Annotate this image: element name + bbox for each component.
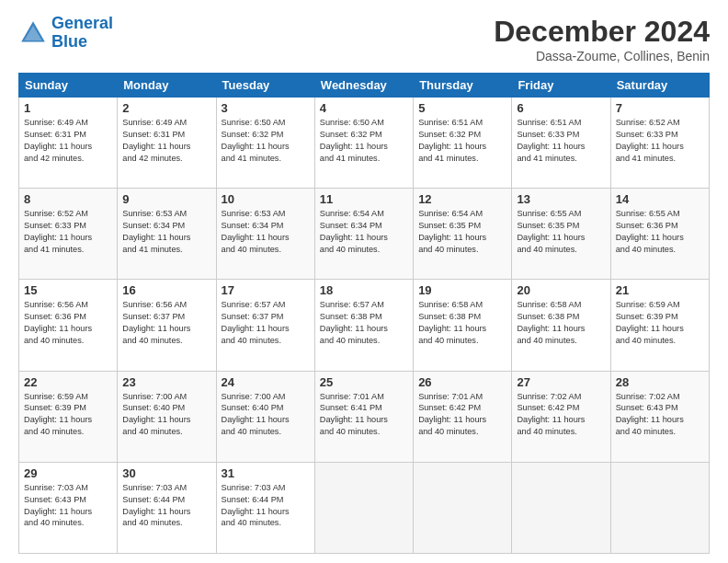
day-number: 25 xyxy=(320,375,408,389)
day-info: Sunrise: 7:03 AM Sunset: 6:44 PM Dayligh… xyxy=(222,482,310,530)
col-wednesday: Wednesday xyxy=(314,74,413,98)
calendar-cell: 20Sunrise: 6:58 AM Sunset: 6:38 PM Dayli… xyxy=(512,280,610,371)
calendar-cell: 10Sunrise: 6:53 AM Sunset: 6:34 PM Dayli… xyxy=(216,189,314,280)
day-number: 18 xyxy=(320,283,408,297)
day-number: 23 xyxy=(122,375,210,389)
calendar-cell: 19Sunrise: 6:58 AM Sunset: 6:38 PM Dayli… xyxy=(414,280,512,371)
logo: General Blue xyxy=(18,15,113,52)
day-number: 16 xyxy=(122,283,210,297)
day-number: 24 xyxy=(222,375,310,389)
day-info: Sunrise: 6:50 AM Sunset: 6:32 PM Dayligh… xyxy=(222,117,310,165)
day-info: Sunrise: 6:57 AM Sunset: 6:37 PM Dayligh… xyxy=(222,299,310,347)
calendar-cell: 12Sunrise: 6:54 AM Sunset: 6:35 PM Dayli… xyxy=(414,189,512,280)
calendar-week-1: 1Sunrise: 6:49 AM Sunset: 6:31 PM Daylig… xyxy=(19,98,710,189)
day-info: Sunrise: 7:00 AM Sunset: 6:40 PM Dayligh… xyxy=(222,391,310,439)
col-tuesday: Tuesday xyxy=(216,74,314,98)
day-info: Sunrise: 7:02 AM Sunset: 6:43 PM Dayligh… xyxy=(616,391,704,439)
day-number: 4 xyxy=(320,101,408,115)
calendar-cell xyxy=(610,462,709,553)
day-info: Sunrise: 6:53 AM Sunset: 6:34 PM Dayligh… xyxy=(122,208,210,256)
day-info: Sunrise: 6:55 AM Sunset: 6:35 PM Dayligh… xyxy=(517,208,605,256)
logo-text: General Blue xyxy=(51,15,113,52)
day-number: 26 xyxy=(418,375,506,389)
subtitle: Dassa-Zoume, Collines, Benin xyxy=(494,49,710,63)
calendar-cell: 21Sunrise: 6:59 AM Sunset: 6:39 PM Dayli… xyxy=(610,280,709,371)
day-info: Sunrise: 6:55 AM Sunset: 6:36 PM Dayligh… xyxy=(616,208,704,256)
day-number: 10 xyxy=(222,192,310,206)
day-info: Sunrise: 7:01 AM Sunset: 6:41 PM Dayligh… xyxy=(320,391,408,439)
calendar-cell: 11Sunrise: 6:54 AM Sunset: 6:34 PM Dayli… xyxy=(314,189,413,280)
calendar-cell: 16Sunrise: 6:56 AM Sunset: 6:37 PM Dayli… xyxy=(118,280,216,371)
col-friday: Friday xyxy=(512,74,610,98)
day-info: Sunrise: 7:03 AM Sunset: 6:43 PM Dayligh… xyxy=(24,482,112,530)
day-info: Sunrise: 6:52 AM Sunset: 6:33 PM Dayligh… xyxy=(24,208,112,256)
day-number: 20 xyxy=(517,283,605,297)
day-number: 31 xyxy=(222,466,310,480)
calendar-cell: 9Sunrise: 6:53 AM Sunset: 6:34 PM Daylig… xyxy=(118,189,216,280)
day-info: Sunrise: 6:56 AM Sunset: 6:37 PM Dayligh… xyxy=(122,299,210,347)
calendar-week-4: 22Sunrise: 6:59 AM Sunset: 6:39 PM Dayli… xyxy=(19,371,710,462)
day-number: 11 xyxy=(320,192,408,206)
calendar-cell: 31Sunrise: 7:03 AM Sunset: 6:44 PM Dayli… xyxy=(216,462,314,553)
calendar-cell: 23Sunrise: 7:00 AM Sunset: 6:40 PM Dayli… xyxy=(118,371,216,462)
calendar-week-2: 8Sunrise: 6:52 AM Sunset: 6:33 PM Daylig… xyxy=(19,189,710,280)
calendar-cell: 28Sunrise: 7:02 AM Sunset: 6:43 PM Dayli… xyxy=(610,371,709,462)
day-number: 7 xyxy=(616,101,704,115)
day-number: 8 xyxy=(24,192,112,206)
day-number: 12 xyxy=(418,192,506,206)
day-number: 3 xyxy=(222,101,310,115)
day-number: 29 xyxy=(24,466,112,480)
calendar-cell: 27Sunrise: 7:02 AM Sunset: 6:42 PM Dayli… xyxy=(512,371,610,462)
calendar-table: Sunday Monday Tuesday Wednesday Thursday… xyxy=(18,73,710,554)
day-number: 19 xyxy=(418,283,506,297)
day-info: Sunrise: 6:49 AM Sunset: 6:31 PM Dayligh… xyxy=(122,117,210,165)
calendar-cell: 14Sunrise: 6:55 AM Sunset: 6:36 PM Dayli… xyxy=(610,189,709,280)
day-number: 15 xyxy=(24,283,112,297)
day-info: Sunrise: 6:54 AM Sunset: 6:34 PM Dayligh… xyxy=(320,208,408,256)
calendar-cell: 4Sunrise: 6:50 AM Sunset: 6:32 PM Daylig… xyxy=(314,98,413,189)
day-info: Sunrise: 6:56 AM Sunset: 6:36 PM Dayligh… xyxy=(24,299,112,347)
calendar-cell: 1Sunrise: 6:49 AM Sunset: 6:31 PM Daylig… xyxy=(19,98,118,189)
title-area: December 2024 Dassa-Zoume, Collines, Ben… xyxy=(494,15,710,63)
day-number: 27 xyxy=(517,375,605,389)
calendar-cell: 15Sunrise: 6:56 AM Sunset: 6:36 PM Dayli… xyxy=(19,280,118,371)
calendar-cell: 26Sunrise: 7:01 AM Sunset: 6:42 PM Dayli… xyxy=(414,371,512,462)
col-thursday: Thursday xyxy=(414,74,512,98)
calendar-cell: 2Sunrise: 6:49 AM Sunset: 6:31 PM Daylig… xyxy=(118,98,216,189)
day-number: 6 xyxy=(517,101,605,115)
calendar-cell: 7Sunrise: 6:52 AM Sunset: 6:33 PM Daylig… xyxy=(610,98,709,189)
day-number: 1 xyxy=(24,101,112,115)
day-number: 30 xyxy=(122,466,210,480)
page: General Blue December 2024 Dassa-Zoume, … xyxy=(0,0,728,563)
calendar-cell: 5Sunrise: 6:51 AM Sunset: 6:32 PM Daylig… xyxy=(414,98,512,189)
calendar-cell: 8Sunrise: 6:52 AM Sunset: 6:33 PM Daylig… xyxy=(19,189,118,280)
calendar-cell: 13Sunrise: 6:55 AM Sunset: 6:35 PM Dayli… xyxy=(512,189,610,280)
day-number: 13 xyxy=(517,192,605,206)
day-info: Sunrise: 6:54 AM Sunset: 6:35 PM Dayligh… xyxy=(418,208,506,256)
calendar-cell: 6Sunrise: 6:51 AM Sunset: 6:33 PM Daylig… xyxy=(512,98,610,189)
calendar-cell xyxy=(414,462,512,553)
day-info: Sunrise: 6:53 AM Sunset: 6:34 PM Dayligh… xyxy=(222,208,310,256)
day-number: 5 xyxy=(418,101,506,115)
calendar-cell xyxy=(512,462,610,553)
day-info: Sunrise: 6:52 AM Sunset: 6:33 PM Dayligh… xyxy=(616,117,704,165)
day-info: Sunrise: 6:51 AM Sunset: 6:32 PM Dayligh… xyxy=(418,117,506,165)
calendar-cell: 29Sunrise: 7:03 AM Sunset: 6:43 PM Dayli… xyxy=(19,462,118,553)
day-info: Sunrise: 7:00 AM Sunset: 6:40 PM Dayligh… xyxy=(122,391,210,439)
calendar-week-5: 29Sunrise: 7:03 AM Sunset: 6:43 PM Dayli… xyxy=(19,462,710,553)
day-number: 17 xyxy=(222,283,310,297)
calendar-cell: 30Sunrise: 7:03 AM Sunset: 6:44 PM Dayli… xyxy=(118,462,216,553)
logo-line1: General xyxy=(51,14,113,32)
day-number: 22 xyxy=(24,375,112,389)
header-row: Sunday Monday Tuesday Wednesday Thursday… xyxy=(19,74,710,98)
col-sunday: Sunday xyxy=(19,74,118,98)
day-info: Sunrise: 6:59 AM Sunset: 6:39 PM Dayligh… xyxy=(616,299,704,347)
month-title: December 2024 xyxy=(494,15,710,49)
day-info: Sunrise: 6:58 AM Sunset: 6:38 PM Dayligh… xyxy=(517,299,605,347)
calendar-cell: 24Sunrise: 7:00 AM Sunset: 6:40 PM Dayli… xyxy=(216,371,314,462)
day-number: 2 xyxy=(122,101,210,115)
col-saturday: Saturday xyxy=(610,74,709,98)
day-info: Sunrise: 6:49 AM Sunset: 6:31 PM Dayligh… xyxy=(24,117,112,165)
day-info: Sunrise: 6:50 AM Sunset: 6:32 PM Dayligh… xyxy=(320,117,408,165)
calendar-cell: 17Sunrise: 6:57 AM Sunset: 6:37 PM Dayli… xyxy=(216,280,314,371)
